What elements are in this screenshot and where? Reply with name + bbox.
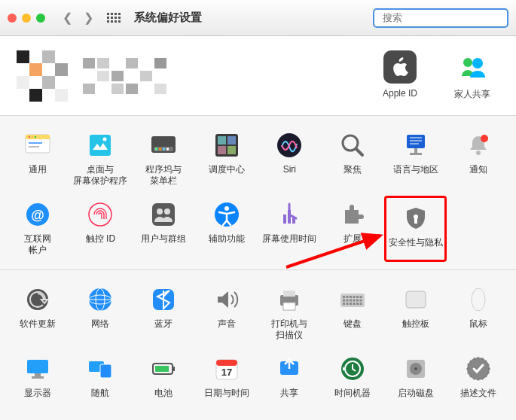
prefs-section-1: 通用桌面与 屏幕保护程序程序坞与 菜单栏调度中心Siri聚焦语言与地区通知@互联…	[0, 116, 516, 270]
pref-security[interactable]: 安全性与隐私	[384, 196, 447, 262]
back-button[interactable]: ❮	[57, 10, 77, 26]
prefs-section-2: 软件更新网络蓝牙声音打印机与 扫描仪键盘触控板鼠标显示器随航电池17日期与时间共…	[0, 270, 516, 419]
pref-printers[interactable]: 打印机与 扫描仪	[258, 281, 322, 344]
svg-rect-65	[353, 300, 355, 302]
pref-datetime[interactable]: 17日期与时间	[195, 350, 258, 412]
svg-rect-66	[356, 300, 359, 302]
pref-label: Siri	[283, 164, 296, 185]
pref-label: 日期与时间	[204, 388, 249, 409]
pref-displays[interactable]: 显示器	[6, 350, 69, 412]
show-all-button[interactable]	[104, 10, 124, 26]
family-sharing-pref[interactable]: 家人共享	[445, 50, 499, 101]
pref-mouse[interactable]: 鼠标	[447, 281, 510, 344]
svg-rect-63	[346, 300, 348, 302]
svg-rect-56	[343, 296, 345, 298]
svg-rect-69	[346, 303, 348, 305]
svg-rect-68	[343, 303, 345, 305]
forward-button[interactable]: ❯	[78, 10, 98, 26]
pref-notifications[interactable]: 通知	[447, 126, 510, 190]
pref-update[interactable]: 软件更新	[6, 281, 69, 344]
pref-label: 打印机与 扫描仪	[271, 318, 307, 341]
pref-trackpad[interactable]: 触控板	[384, 281, 447, 344]
pref-battery[interactable]: 电池	[132, 350, 195, 412]
pref-sidecar[interactable]: 随航	[69, 350, 133, 412]
svg-point-7	[32, 136, 33, 138]
pref-label: 启动磁盘	[398, 388, 434, 409]
pref-timemachine[interactable]: 时间机器	[321, 350, 384, 412]
family-label: 家人共享	[454, 88, 490, 101]
svg-rect-74	[406, 291, 426, 308]
language-icon	[400, 129, 432, 161]
minimize-button[interactable]	[22, 14, 31, 23]
pref-touchid[interactable]: 触控 ID	[69, 196, 133, 262]
svg-rect-59	[353, 296, 355, 298]
svg-rect-20	[218, 136, 226, 145]
user-avatar[interactable]	[17, 50, 68, 102]
svg-rect-60	[356, 296, 359, 298]
svg-point-8	[35, 136, 36, 138]
pref-label: 语言与地区	[393, 164, 438, 185]
pref-network[interactable]: 网络	[69, 281, 133, 344]
svg-text:@: @	[31, 208, 44, 223]
svg-rect-71	[353, 303, 355, 305]
pref-label: 蓝牙	[154, 318, 173, 339]
svg-point-75	[472, 288, 485, 311]
pref-label: 鼠标	[469, 318, 487, 339]
dock-icon	[148, 129, 179, 161]
update-icon	[22, 284, 53, 315]
pref-siri[interactable]: Siri	[258, 126, 322, 190]
apple-id-pref[interactable]: Apple ID	[373, 50, 427, 101]
extensions-icon	[337, 199, 368, 230]
apple-id-label: Apple ID	[383, 88, 417, 99]
sharing-icon	[273, 353, 305, 385]
pref-label: 软件更新	[20, 318, 56, 339]
pref-profiles[interactable]: 描述文件	[447, 350, 510, 412]
pref-desktop[interactable]: 桌面与 屏幕保护程序	[69, 126, 133, 190]
pref-spotlight[interactable]: 聚焦	[321, 126, 384, 190]
pref-extensions[interactable]: 扩展	[321, 196, 384, 262]
svg-rect-40	[283, 215, 286, 224]
svg-rect-10	[29, 146, 39, 148]
siri-icon	[273, 129, 305, 161]
pref-label: 互联网 帐户	[24, 233, 51, 256]
search-field[interactable]	[373, 8, 508, 28]
pref-language[interactable]: 语言与地区	[384, 126, 447, 190]
pref-general[interactable]: 通用	[6, 126, 69, 190]
svg-rect-54	[283, 303, 295, 310]
family-icon	[456, 50, 489, 84]
pref-internet[interactable]: @互联网 帐户	[6, 196, 69, 262]
svg-rect-15	[155, 148, 157, 151]
svg-text:17: 17	[221, 367, 231, 378]
pref-label: 通知	[469, 164, 487, 185]
pref-accessibility[interactable]: 辅助功能	[195, 196, 258, 262]
svg-point-37	[164, 208, 170, 215]
spotlight-icon	[337, 129, 368, 161]
close-button[interactable]	[8, 14, 17, 23]
svg-point-30	[476, 151, 481, 155]
battery-icon	[148, 353, 179, 385]
svg-rect-29	[410, 153, 422, 155]
search-input[interactable]	[383, 12, 509, 23]
window-toolbar: ❮ ❯ 系统偏好设置	[0, 0, 516, 36]
user-name-redacted	[83, 58, 166, 94]
svg-rect-57	[346, 296, 348, 298]
pref-label: 共享	[280, 388, 298, 409]
pref-mission[interactable]: 调度中心	[195, 126, 258, 190]
pref-sharing[interactable]: 共享	[258, 350, 322, 412]
pref-label: 用户与群组	[141, 233, 186, 254]
svg-rect-23	[227, 146, 236, 154]
pref-bluetooth[interactable]: 蓝牙	[132, 281, 195, 344]
nav-buttons: ❮ ❯	[57, 10, 98, 26]
svg-point-12	[103, 138, 107, 142]
pref-dock[interactable]: 程序坞与 菜单栏	[132, 126, 195, 190]
svg-point-3	[472, 58, 483, 68]
pref-sound[interactable]: 声音	[195, 281, 258, 344]
pref-screentime[interactable]: 屏幕使用时间	[258, 196, 322, 262]
pref-label: 声音	[218, 318, 236, 339]
maximize-button[interactable]	[36, 14, 45, 23]
profiles-icon	[463, 353, 494, 385]
pref-startup[interactable]: 启动磁盘	[384, 350, 447, 412]
startup-icon	[400, 353, 432, 385]
pref-users[interactable]: 用户与群组	[132, 196, 195, 262]
pref-keyboard[interactable]: 键盘	[321, 281, 384, 344]
